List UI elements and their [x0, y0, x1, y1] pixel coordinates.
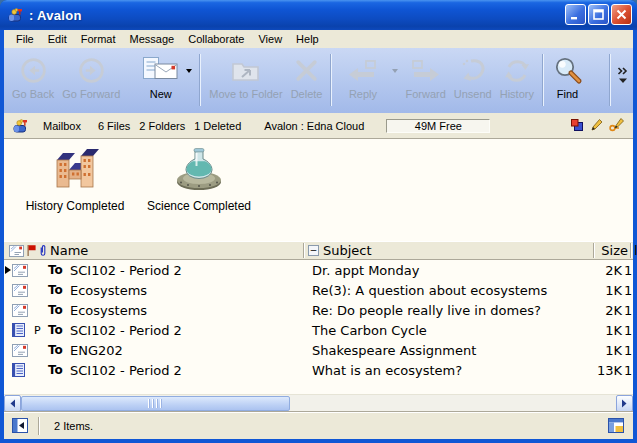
forward-button[interactable]: Forward	[401, 53, 449, 108]
document-icon	[12, 363, 25, 377]
flag-icon[interactable]	[26, 242, 37, 259]
toolbar-label: Delete	[291, 88, 323, 100]
size-text: 13K	[582, 363, 624, 378]
new-button[interactable]: New	[138, 53, 183, 108]
scroll-left-button[interactable]	[4, 395, 21, 412]
message-row[interactable]: To Ecosystems Re: Do people really live …	[4, 300, 633, 320]
size-text: 1K	[582, 283, 624, 298]
menu-help[interactable]: Help	[289, 31, 326, 47]
scrollbar-grip-icon	[147, 399, 164, 408]
scroll-right-arrow-icon	[621, 399, 628, 408]
document-icon	[12, 323, 25, 337]
column-header-size[interactable]: Size	[596, 242, 628, 259]
subject-collapse-button[interactable]: −	[308, 242, 319, 259]
unsend-button[interactable]: Unsend	[450, 53, 496, 108]
column-divider[interactable]	[303, 243, 305, 258]
desktop-icon-label: Science Completed	[140, 199, 258, 213]
history-cycle-icon	[503, 54, 531, 87]
chevron-down-icon	[392, 69, 398, 73]
toolbar-overflow-button[interactable]	[615, 53, 631, 98]
recipient-name: SCI102 - Period 2	[70, 323, 308, 338]
toolbar: Go Back Go Forward New	[4, 48, 633, 113]
message-list: To SCI102 - Period 2 Dr. appt Monday 2K …	[4, 260, 633, 380]
menu-collaborate[interactable]: Collaborate	[181, 31, 251, 47]
paperclip-icon[interactable]	[39, 242, 47, 259]
scroll-left-arrow-icon	[9, 399, 16, 408]
toolbar-separator	[199, 54, 201, 106]
new-dropdown-button[interactable]	[183, 53, 195, 88]
go-forward-button[interactable]: Go Forward	[58, 53, 124, 108]
recipient-name: SCI102 - Period 2	[70, 263, 308, 278]
go-back-button[interactable]: Go Back	[8, 53, 58, 108]
toolbar-label: History	[500, 88, 534, 100]
menu-message[interactable]: Message	[123, 31, 182, 47]
message-row[interactable]: To ENG202 Shakespeare Assignment 1K 1	[4, 340, 633, 360]
recipient-name: ENG202	[70, 343, 308, 358]
subject-text: What is an ecosystem?	[308, 363, 582, 378]
reply-dropdown-button[interactable]	[389, 53, 401, 88]
folders-count: 2 Folders	[139, 120, 185, 132]
to-label: To	[48, 263, 70, 277]
column-header-subject[interactable]: Subject	[323, 242, 372, 259]
to-label: To	[48, 363, 70, 377]
to-label: To	[48, 303, 70, 317]
envelope-icon	[12, 264, 28, 277]
menu-file[interactable]: File	[9, 31, 41, 47]
move-to-folder-button[interactable]: Move to Folder	[205, 53, 286, 108]
scroll-right-button[interactable]	[616, 395, 633, 412]
selection-cell	[4, 326, 12, 334]
message-row[interactable]: P To SCI102 - Period 2 The Carbon Cycle …	[4, 320, 633, 340]
size-text: 2K	[582, 303, 624, 318]
delete-button[interactable]: Delete	[287, 53, 327, 108]
new-message-icon	[142, 54, 179, 87]
to-label: To	[48, 283, 70, 297]
item-type-cell	[12, 363, 32, 377]
toolbar-label: Find	[557, 88, 578, 100]
magnifier-icon	[552, 54, 583, 87]
info-bar-icons	[570, 117, 633, 134]
horizontal-scrollbar[interactable]	[4, 394, 633, 411]
split-view-icon[interactable]	[608, 418, 624, 433]
maximize-button[interactable]	[588, 4, 609, 25]
recipient-name: Ecosystems	[70, 303, 308, 318]
minimize-button[interactable]	[565, 4, 586, 25]
message-row[interactable]: To Ecosystems Re(3): A question about ec…	[4, 280, 633, 300]
menu-format[interactable]: Format	[74, 31, 123, 47]
find-button[interactable]: Find	[548, 53, 587, 108]
close-button[interactable]	[611, 4, 632, 25]
reply-button[interactable]: Reply	[336, 53, 389, 108]
subject-text: Shakespeare Assignment	[308, 343, 582, 358]
message-row[interactable]: To SCI102 - Period 2 What is an ecosyste…	[4, 360, 633, 380]
menu-view[interactable]: View	[251, 31, 289, 47]
free-space-text: 49M Free	[415, 120, 462, 132]
windows-stack-icon[interactable]	[570, 118, 584, 134]
collapse-minus-icon: −	[308, 245, 319, 256]
column-divider[interactable]	[630, 243, 632, 258]
science-completed-folder[interactable]: Science Completed	[140, 144, 258, 213]
menu-edit[interactable]: Edit	[41, 31, 74, 47]
pencil-key-icon[interactable]	[609, 117, 625, 134]
date-partial: 1	[624, 323, 633, 338]
subject-text: Dr. appt Monday	[308, 263, 582, 278]
toggle-pane-icon[interactable]	[12, 418, 28, 433]
date-partial: 1	[624, 283, 633, 298]
toolbar-label: Go Back	[12, 88, 54, 100]
envelope-icon	[12, 344, 28, 357]
selection-cell	[4, 306, 12, 314]
desktop-icon-label: History Completed	[14, 199, 136, 213]
message-row[interactable]: To SCI102 - Period 2 Dr. appt Monday 2K …	[4, 260, 633, 280]
column-header-name[interactable]: Name	[50, 242, 88, 259]
desktop-pane: History Completed Science Completed	[4, 139, 633, 241]
scrollbar-thumb[interactable]	[21, 396, 290, 411]
pencil-icon[interactable]	[590, 118, 603, 134]
column-divider[interactable]	[593, 243, 595, 258]
envelope-icon	[12, 304, 28, 317]
toolbar-label: Move to Folder	[209, 88, 282, 100]
title-bar: : Avalon	[0, 0, 637, 30]
flask-icon	[171, 144, 227, 192]
history-button[interactable]: History	[496, 53, 538, 108]
menu-bar: File Edit Format Message Collaborate Vie…	[4, 30, 633, 48]
subject-text: Re(3): A question about ecosystems	[308, 283, 582, 298]
history-completed-folder[interactable]: History Completed	[14, 144, 136, 213]
statusbar-separator	[38, 417, 40, 435]
